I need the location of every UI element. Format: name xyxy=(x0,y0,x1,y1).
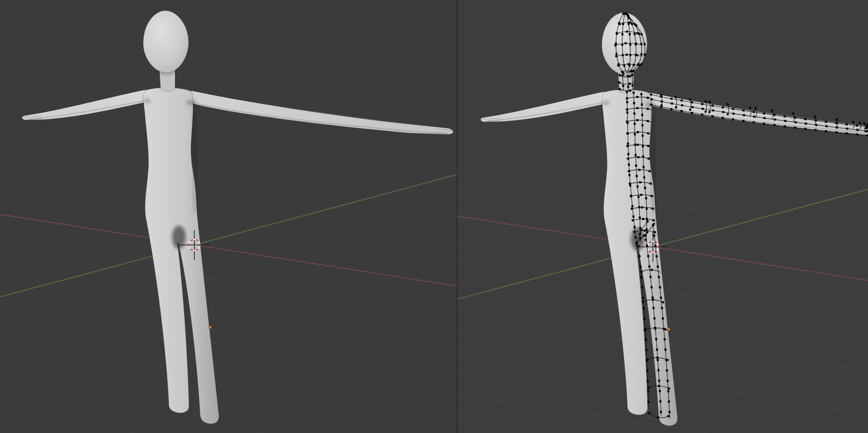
panel-shaded-view[interactable] xyxy=(0,0,457,433)
panel-edit-wireframe-view[interactable] xyxy=(457,0,868,433)
panel-divider xyxy=(457,0,458,433)
viewport-stage xyxy=(0,0,868,433)
